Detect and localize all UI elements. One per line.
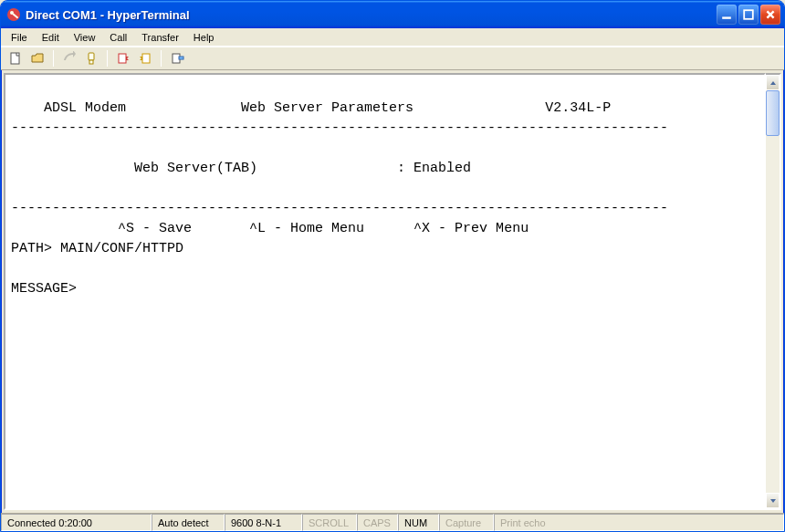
menu-help[interactable]: Help bbox=[187, 30, 221, 45]
path-line: PATH> MAIN/CONF/HTTPD bbox=[11, 241, 183, 256]
status-connection: Connected 0:20:00 bbox=[1, 514, 152, 531]
titlebar[interactable]: Direct COM1 - HyperTerminal bbox=[1, 1, 784, 28]
blank-line bbox=[11, 141, 19, 156]
app-window: Direct COM1 - HyperTerminal File Edit Vi… bbox=[0, 0, 785, 532]
scroll-track[interactable] bbox=[766, 90, 780, 493]
terminal-frame[interactable]: ADSL Modem Web Server Parameters V2.34L-… bbox=[4, 73, 766, 510]
svg-rect-7 bbox=[11, 53, 19, 64]
status-detect: Auto detect bbox=[152, 514, 225, 531]
window-buttons bbox=[717, 5, 780, 25]
send-icon[interactable] bbox=[114, 49, 132, 68]
svg-rect-11 bbox=[142, 54, 150, 63]
menu-edit[interactable]: Edit bbox=[36, 30, 66, 45]
header-line: ADSL Modem Web Server Parameters V2.34L-… bbox=[11, 100, 611, 116]
hints-line: ^S - Save ^L - Home Menu ^X - Prev Menu bbox=[11, 221, 529, 236]
toolbar-separator bbox=[53, 50, 54, 67]
content-area: ADSL Modem Web Server Parameters V2.34L-… bbox=[4, 73, 781, 510]
status-print: Print echo bbox=[494, 514, 784, 531]
toolbar-separator bbox=[107, 50, 108, 67]
blank-line bbox=[11, 181, 19, 196]
disconnect-icon[interactable] bbox=[82, 49, 100, 68]
divider-line: ----------------------------------------… bbox=[11, 120, 668, 136]
field-line: Web Server(TAB) : Enabled bbox=[11, 161, 471, 176]
receive-icon[interactable] bbox=[136, 49, 154, 68]
status-port: 9600 8-N-1 bbox=[225, 514, 302, 531]
svg-marker-15 bbox=[770, 499, 776, 503]
statusbar: Connected 0:20:00 Auto detect 9600 8-N-1… bbox=[1, 513, 784, 531]
menu-file[interactable]: File bbox=[5, 30, 34, 45]
terminal-output: ADSL Modem Web Server Parameters V2.34L-… bbox=[5, 75, 764, 305]
svg-rect-3 bbox=[722, 16, 731, 18]
message-line: MESSAGE> bbox=[11, 281, 77, 297]
close-button[interactable] bbox=[760, 5, 780, 25]
scroll-up-button[interactable] bbox=[766, 75, 780, 90]
blank-line bbox=[11, 80, 19, 96]
vertical-scrollbar[interactable] bbox=[766, 73, 781, 510]
minimize-button[interactable] bbox=[717, 5, 737, 25]
properties-icon[interactable] bbox=[168, 49, 186, 68]
open-file-icon[interactable] bbox=[28, 49, 47, 68]
new-file-icon[interactable] bbox=[6, 49, 25, 68]
menubar: File Edit View Call Transfer Help bbox=[1, 28, 784, 47]
menu-call[interactable]: Call bbox=[103, 30, 133, 45]
app-icon bbox=[6, 7, 21, 22]
status-capture: Capture bbox=[439, 514, 494, 531]
svg-rect-8 bbox=[89, 53, 94, 60]
status-num: NUM bbox=[398, 514, 439, 531]
menu-view[interactable]: View bbox=[68, 30, 102, 45]
connect-icon bbox=[60, 49, 78, 68]
svg-marker-14 bbox=[770, 81, 776, 85]
menu-transfer[interactable]: Transfer bbox=[135, 30, 185, 45]
maximize-button[interactable] bbox=[738, 5, 759, 25]
toolbar bbox=[1, 47, 784, 70]
status-scroll: SCROLL bbox=[302, 514, 357, 531]
status-caps: CAPS bbox=[357, 514, 398, 531]
window-title: Direct COM1 - HyperTerminal bbox=[26, 8, 717, 22]
svg-rect-10 bbox=[119, 54, 126, 63]
divider-line: ----------------------------------------… bbox=[11, 201, 668, 216]
svg-rect-4 bbox=[744, 10, 753, 19]
toolbar-separator bbox=[161, 50, 162, 67]
scroll-thumb[interactable] bbox=[766, 90, 780, 136]
blank-line bbox=[11, 261, 19, 276]
svg-rect-9 bbox=[89, 60, 93, 64]
svg-rect-13 bbox=[179, 57, 183, 59]
scroll-down-button[interactable] bbox=[766, 493, 780, 508]
